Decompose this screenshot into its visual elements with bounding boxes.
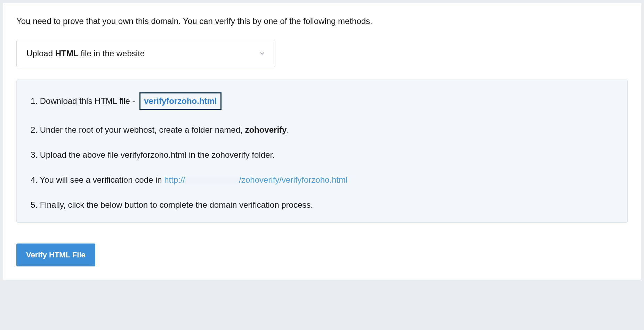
step-4-prefix: You will see a verification code in — [40, 175, 164, 184]
download-file-link[interactable]: verifyforzoho.html — [144, 96, 217, 106]
dropdown-prefix: Upload — [26, 49, 55, 58]
step-1: Download this HTML file - verifyforzoho.… — [31, 92, 613, 110]
url-prefix: http:// — [164, 175, 185, 184]
step-2-suffix: . — [287, 125, 289, 134]
dropdown-label: Upload HTML file in the website — [26, 49, 145, 58]
dropdown-suffix: file in the website — [78, 49, 145, 58]
step-1-text: Download this HTML file - — [40, 96, 138, 106]
verification-url[interactable]: http:///zohoverify/verifyforzoho.html — [164, 175, 347, 184]
step-2: Under the root of your webhost, create a… — [31, 125, 613, 135]
file-link-box: verifyforzoho.html — [139, 92, 221, 110]
instructions-panel: Download this HTML file - verifyforzoho.… — [16, 80, 628, 223]
dropdown-bold: HTML — [55, 49, 79, 58]
main-panel: You need to prove that you own this doma… — [3, 3, 641, 280]
instructions-list: Download this HTML file - verifyforzoho.… — [31, 92, 613, 210]
verification-method-dropdown[interactable]: Upload HTML file in the website — [16, 40, 275, 67]
url-suffix: /zohoverify/verifyforzoho.html — [239, 175, 347, 184]
step-2-folder: zohoverify — [245, 125, 287, 134]
chevron-down-icon — [259, 50, 265, 57]
step-2-prefix: Under the root of your webhost, create a… — [40, 125, 245, 134]
verify-button[interactable]: Verify HTML File — [16, 244, 95, 266]
intro-text: You need to prove that you own this doma… — [16, 16, 628, 26]
url-domain-blank — [185, 177, 239, 184]
step-5: Finally, click the below button to compl… — [31, 200, 613, 210]
step-3: Upload the above file verifyforzoho.html… — [31, 150, 613, 160]
step-4: You will see a verification code in http… — [31, 175, 613, 185]
